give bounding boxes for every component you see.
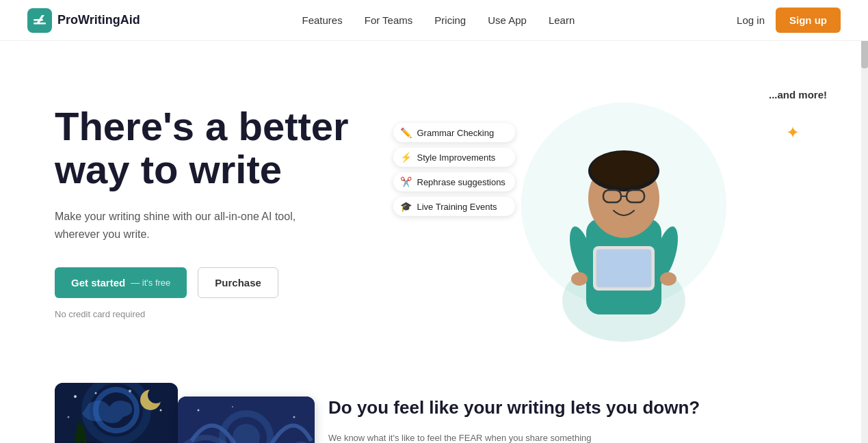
brand-name: ProWritingAid [57,13,140,27]
pill-rephrase: ✂️ Rephrase suggestions [393,172,515,191]
svg-rect-11 [596,250,651,287]
svg-point-36 [232,406,233,407]
svg-point-22 [74,395,77,398]
section2-text: Do you feel like your writing lets you d… [328,383,813,443]
nav-links: Features For Teams Pricing Use App Learn [302,14,575,27]
svg-point-26 [68,416,70,418]
navbar-actions: Log in Sign up [737,8,841,33]
nav-use-app[interactable]: Use App [488,14,527,26]
pill-rephrase-label: Rephrase suggestions [417,177,505,187]
pill-training: 🎓 Live Training Events [393,197,515,216]
svg-point-24 [129,390,131,392]
section2-title: Do you feel like your writing lets you d… [328,397,813,420]
scrollbar[interactable] [861,0,868,443]
hero-title: There's a better way to write [55,105,434,192]
hero-content: There's a better way to write Make your … [55,105,434,320]
svg-point-35 [293,416,295,418]
pill-training-label: Live Training Events [417,202,497,212]
rephrase-icon: ✂️ [400,176,412,187]
hero-visual: ✏️ Grammar Checking ⚡ Style Improvements… [434,82,814,342]
svg-point-16 [660,272,676,286]
and-more-label: ...and more! [769,89,827,100]
login-button[interactable]: Log in [737,14,765,26]
pill-grammar-label: Grammar Checking [417,128,495,138]
free-label: — it's free [131,278,170,288]
hero-title-line1: There's a better [55,104,349,148]
svg-rect-0 [34,23,46,25]
hero-title-line2: way to write [55,147,282,191]
svg-point-34 [198,410,200,412]
pill-style-label: Style Improvements [417,152,496,163]
hero-subtitle: Make your writing shine with our all-in-… [55,208,315,243]
hero-section: There's a better way to write Make your … [0,41,868,369]
pill-style: ⚡ Style Improvements [393,148,515,167]
svg-point-15 [571,272,588,286]
section2-images: My idea in my head [55,383,287,443]
grammar-icon: ✏️ [400,127,412,138]
nav-learn[interactable]: Learn [549,14,575,26]
brand-logo[interactable]: ProWritingAid [27,8,140,33]
svg-point-6 [591,152,657,187]
image-card-back [55,383,178,443]
no-credit-text: No credit card required [55,309,434,319]
nav-pricing[interactable]: Pricing [434,14,466,26]
svg-point-21 [148,387,164,403]
navbar: ProWritingAid Features For Teams Pricing… [0,0,868,41]
get-started-button[interactable]: Get started — it's free [55,267,187,298]
feature-pills: ✏️ Grammar Checking ⚡ Style Improvements… [393,123,515,216]
nav-for-teams[interactable]: For Teams [365,14,413,26]
purchase-button[interactable]: Purchase [198,267,278,298]
signup-button[interactable]: Sign up [776,8,841,33]
training-icon: 🎓 [400,201,412,212]
section2-description: We know what it's like to feel the FEAR … [328,431,616,443]
hero-cta-group: Get started — it's free Purchase [55,267,434,298]
sparkle-icon: ✦ [786,123,800,142]
logo-icon [27,8,52,33]
nav-features[interactable]: Features [302,14,343,26]
svg-point-23 [95,392,97,394]
hero-person-figure [535,109,713,342]
image-card-front [178,397,315,443]
style-icon: ⚡ [400,152,412,163]
svg-point-25 [160,410,162,412]
section2: My idea in my head Do you feel like your… [0,369,868,443]
get-started-label: Get started [71,277,125,288]
pill-grammar: ✏️ Grammar Checking [393,123,515,142]
